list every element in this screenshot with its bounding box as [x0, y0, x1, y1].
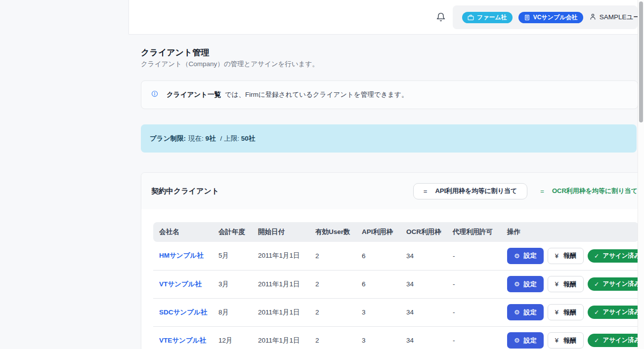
- company-link[interactable]: HMサンプル社: [159, 252, 204, 259]
- company-badge[interactable]: VCサンプル会社: [518, 12, 583, 23]
- ocr-quota-cell: 34: [400, 270, 447, 298]
- main-content: クライアント管理 クライアント（Company）の管理とアサインを行います。 ク…: [129, 35, 644, 349]
- assigned-status-label: アサイン済み: [602, 308, 640, 316]
- page-subtitle: クライアント（Company）の管理とアサインを行います。: [141, 60, 319, 69]
- equals-icon: =: [424, 188, 428, 195]
- plan-limit-max-value: 50社: [241, 134, 256, 143]
- yen-icon: ¥: [555, 309, 558, 316]
- company-link[interactable]: VTサンプル社: [159, 280, 202, 288]
- person-icon: [589, 13, 597, 22]
- row-actions: ⚙ 設定 ¥ 報酬 ✓ アサイン済み: [507, 332, 639, 349]
- plan-separator: /: [220, 135, 222, 142]
- yen-icon: ¥: [555, 280, 558, 288]
- api-quota-distribute-button[interactable]: = API利用枠を均等に割り当て: [413, 183, 527, 199]
- info-box: クライアント一覧では、Firmに登録されているクライアントを管理できます。: [141, 80, 638, 109]
- active-users-cell: 2: [309, 298, 356, 326]
- row-actions: ⚙ 設定 ¥ 報酬 ✓ アサイン済み: [507, 248, 639, 264]
- start-date-cell: 2011年1月1日: [252, 326, 309, 349]
- plan-limit-max-label: 上限:: [224, 134, 239, 143]
- active-users-cell: 2: [309, 270, 356, 298]
- fiscal-month-cell: 12月: [213, 326, 252, 349]
- assigned-status-badge: ✓ アサイン済み: [588, 277, 644, 291]
- api-quota-cell: 3: [356, 326, 400, 349]
- page-title: クライアント管理: [141, 47, 209, 58]
- col-header-company: 会社名: [153, 222, 213, 242]
- gear-icon: ⚙: [514, 309, 520, 316]
- card-header: 契約中クライアント = API利用枠を均等に割り当て = OCR利用枠を均等に割…: [141, 173, 644, 209]
- settings-button[interactable]: ⚙ 設定: [507, 276, 544, 292]
- user-name: SAMPLEユーザー—: [600, 13, 638, 22]
- check-icon: ✓: [594, 337, 599, 344]
- col-header-start-date: 開始日付: [252, 222, 309, 242]
- reward-button[interactable]: ¥ 報酬: [548, 304, 584, 320]
- assigned-status-label: アサイン済み: [602, 280, 640, 288]
- plan-limit-label: プラン制限:: [150, 134, 186, 143]
- clients-table: 会社名 会計年度 開始日付 有効User数 API利用枠 OCR利用枠 代理利用…: [153, 222, 639, 349]
- building-icon: [524, 14, 530, 21]
- ocr-quota-distribute-label: OCR利用枠を均等に割り当て: [552, 187, 638, 195]
- contracted-clients-card: 契約中クライアント = API利用枠を均等に割り当て = OCR利用枠を均等に割…: [141, 172, 644, 349]
- check-icon: ✓: [594, 280, 599, 288]
- active-users-cell: 2: [309, 242, 356, 270]
- proxy-permission-cell: -: [447, 298, 501, 326]
- col-header-active-users: 有効User数: [309, 222, 356, 242]
- account-group: ファーム社 VCサンプル会社 SAMPLEユーザー—: [453, 5, 638, 29]
- table-row: VTサンプル社 3月 2011年1月1日 2 6 34 - ⚙ 設定 ¥ 報酬 …: [153, 270, 639, 298]
- gear-icon: ⚙: [514, 337, 520, 344]
- active-users-cell: 2: [309, 326, 356, 349]
- gear-icon: ⚙: [514, 280, 520, 288]
- table-header-row: 会社名 会計年度 開始日付 有効User数 API利用枠 OCR利用枠 代理利用…: [153, 222, 639, 242]
- clients-table-wrap: 会社名 会計年度 開始日付 有効User数 API利用枠 OCR利用枠 代理利用…: [141, 209, 644, 349]
- yen-icon: ¥: [555, 252, 558, 260]
- api-quota-cell: 6: [356, 242, 400, 270]
- settings-button[interactable]: ⚙ 設定: [507, 248, 544, 264]
- ocr-quota-distribute-button[interactable]: = OCR利用枠を均等に割り当て: [540, 187, 638, 195]
- proxy-permission-cell: -: [447, 326, 501, 349]
- fiscal-month-cell: 3月: [213, 270, 252, 298]
- check-icon: ✓: [594, 309, 599, 316]
- col-header-api-quota: API利用枠: [356, 222, 400, 242]
- sidebar: [0, 0, 129, 349]
- reward-button[interactable]: ¥ 報酬: [548, 332, 584, 349]
- settings-button[interactable]: ⚙ 設定: [507, 332, 544, 349]
- reward-button-label: 報酬: [563, 308, 576, 317]
- gear-icon: ⚙: [514, 252, 520, 260]
- start-date-cell: 2011年1月1日: [252, 298, 309, 326]
- assigned-status-badge: ✓ アサイン済み: [588, 306, 644, 319]
- api-quota-distribute-label: API利用枠を均等に割り当て: [435, 187, 517, 195]
- proxy-permission-cell: -: [447, 242, 501, 270]
- info-icon: [151, 90, 158, 99]
- start-date-cell: 2011年1月1日: [252, 270, 309, 298]
- firm-badge[interactable]: ファーム社: [462, 12, 513, 23]
- user-menu[interactable]: SAMPLEユーザー—: [589, 13, 638, 22]
- vertical-scrollbar[interactable]: [638, 0, 644, 349]
- table-row: VTEサンプル社 12月 2011年1月1日 2 3 34 - ⚙ 設定 ¥ 報…: [153, 326, 639, 349]
- table-row: SDCサンプル社 8月 2011年1月1日 2 3 34 - ⚙ 設定 ¥ 報酬…: [153, 298, 639, 326]
- company-badge-label: VCサンプル会社: [533, 13, 578, 22]
- reward-button-label: 報酬: [563, 280, 576, 289]
- info-text-bold: クライアント一覧: [167, 91, 221, 98]
- col-header-ocr-quota: OCR利用枠: [400, 222, 447, 242]
- reward-button[interactable]: ¥ 報酬: [548, 276, 584, 292]
- assigned-status-badge: ✓ アサイン済み: [588, 249, 644, 263]
- start-date-cell: 2011年1月1日: [252, 242, 309, 270]
- company-link[interactable]: SDCサンプル社: [159, 309, 207, 316]
- reward-button[interactable]: ¥ 報酬: [548, 248, 584, 264]
- plan-limit-banner: プラン制限: 現在: 9社 / 上限: 50社: [141, 124, 637, 153]
- col-header-fiscal-year: 会計年度: [213, 222, 252, 242]
- ocr-quota-cell: 34: [400, 298, 447, 326]
- proxy-permission-cell: -: [447, 270, 501, 298]
- settings-button[interactable]: ⚙ 設定: [507, 304, 544, 320]
- bell-icon[interactable]: [436, 12, 446, 22]
- plan-current-value: 9社: [205, 134, 215, 143]
- company-link[interactable]: VTEサンプル社: [159, 337, 206, 344]
- col-header-actions: 操作: [501, 222, 639, 242]
- settings-button-label: 設定: [524, 336, 537, 345]
- assigned-status-label: アサイン済み: [602, 336, 640, 345]
- firm-badge-label: ファーム社: [477, 13, 507, 22]
- equals-icon: =: [540, 188, 544, 195]
- scrollbar-thumb[interactable]: [639, 1, 643, 122]
- check-icon: ✓: [594, 252, 599, 260]
- assigned-status-badge: ✓ アサイン済み: [588, 334, 644, 347]
- settings-button-label: 設定: [524, 308, 537, 317]
